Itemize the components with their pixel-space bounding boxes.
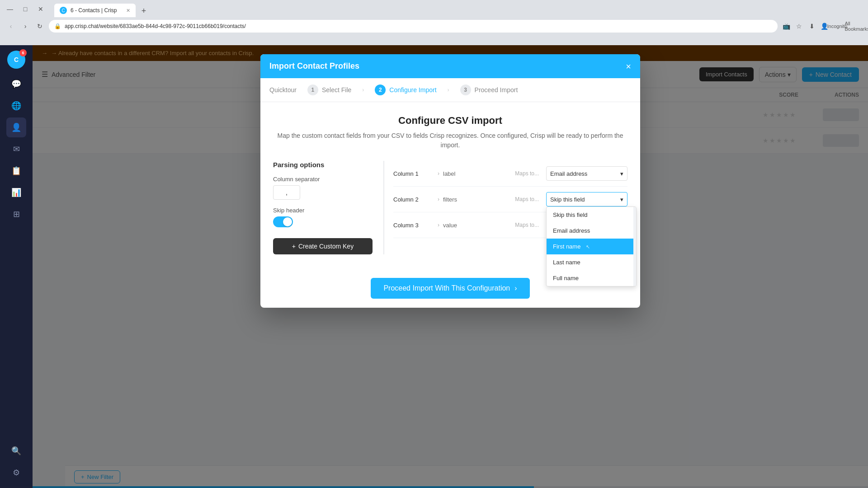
step-3-label: Proceed Import — [475, 86, 518, 94]
dropdown-scrollbar[interactable] — [633, 207, 636, 286]
step-separator-2: › — [448, 87, 449, 93]
modal: Import Contact Profiles × Quicktour 1 Se… — [260, 54, 640, 308]
sidebar-item-send[interactable]: ✉ — [6, 139, 26, 159]
column-2-row: Column 2 › filters Maps to... Skip this … — [393, 187, 627, 212]
column-2-field-label: Skip this field — [550, 196, 585, 203]
sidebar-item-search[interactable]: 🔍 — [6, 441, 26, 461]
forward-button[interactable]: › — [20, 21, 31, 32]
column-2-dropdown-wrapper: Skip this field ▾ Skip this field Email … — [546, 192, 627, 206]
tab-title: 6 - Contacts | Crisp — [71, 7, 117, 14]
column-2-value: filters — [443, 196, 508, 203]
column-1-name: Column 1 — [393, 170, 434, 177]
refresh-button[interactable]: ↻ — [34, 21, 45, 32]
create-key-plus-icon: + — [292, 243, 296, 250]
new-tab-button[interactable]: + — [137, 5, 150, 17]
back-button[interactable]: ‹ — [5, 21, 16, 32]
dropdown-option-lastname[interactable]: Last name — [547, 254, 633, 270]
step-separator-1: › — [362, 87, 364, 93]
browser-actions: 📺 ☆ ⬇ 👤 Incognito | All Bookmarks — [781, 21, 863, 32]
browser-title-bar: — □ ✕ C 6 - Contacts | Crisp ✕ + — [0, 0, 868, 18]
modal-header: Import Contact Profiles × — [260, 54, 640, 78]
parsing-title: Parsing options — [273, 161, 373, 169]
sidebar-item-settings[interactable]: ⚙ — [6, 463, 26, 483]
dropdown-option-fullname[interactable]: Full name — [547, 270, 633, 286]
toggle-knob — [283, 217, 292, 226]
modal-overlay: Import Contact Profiles × Quicktour 1 Se… — [33, 45, 868, 488]
skip-header-option: Skip header — [273, 207, 373, 227]
dropdown-chevron-icon-2: ▾ — [620, 196, 623, 203]
maps-to-label-2: Maps to... — [515, 196, 539, 202]
separator-input[interactable] — [273, 185, 300, 200]
steps-bar: Quicktour 1 Select File › 2 Configure Im… — [260, 78, 640, 102]
config-area: Parsing options Column separator Skip he… — [273, 161, 627, 254]
step-1-label: Select File — [322, 86, 351, 94]
create-key-label: Create Custom Key — [298, 243, 354, 250]
address-text: app.crisp.chat/website/6833ae5b-844d-4c9… — [65, 23, 772, 29]
step-1-number: 1 — [307, 84, 318, 95]
modal-title: Import Contact Profiles — [269, 61, 359, 71]
parsing-options: Parsing options Column separator Skip he… — [273, 161, 373, 254]
step-2-item: 2 Configure Import — [375, 84, 436, 95]
app-container: C 6 💬 🌐 👤 ✉ 📋 📊 ⊞ 🔍 ⚙ → → Already have c… — [0, 45, 868, 488]
column-1-row: Column 1 › label Maps to... Email addres… — [393, 161, 627, 187]
sidebar-item-chat[interactable]: 💬 — [6, 74, 26, 94]
dropdown-option-email[interactable]: Email address — [547, 223, 633, 239]
step-2-label: Configure Import — [389, 86, 436, 94]
sidebar-item-globe[interactable]: 🌐 — [6, 96, 26, 116]
sidebar-item-analytics[interactable]: 📊 — [6, 183, 26, 202]
window-close-button[interactable]: ✕ — [34, 3, 47, 15]
step-3-item: 3 Proceed Import — [460, 84, 518, 95]
step-1-item: 1 Select File — [307, 84, 351, 95]
column-1-dropdown[interactable]: Email address ▾ — [546, 166, 627, 181]
address-bar: ‹ › ↻ 🔒 app.crisp.chat/website/6833ae5b-… — [0, 18, 868, 34]
column-3-value: value — [443, 222, 508, 229]
proceed-arrow-icon: › — [514, 284, 517, 292]
tab-close-button[interactable]: ✕ — [126, 8, 130, 14]
col-arrow-icon-2: › — [438, 196, 439, 202]
browser-controls: — □ ✕ — [4, 3, 47, 15]
column-2-name: Column 2 — [393, 196, 434, 203]
window-maximize-button[interactable]: □ — [19, 3, 32, 15]
sidebar-item-contacts[interactable]: 👤 — [6, 117, 26, 137]
main-content: → → Already have contacts in a different… — [33, 45, 868, 488]
app-logo[interactable]: C 6 — [7, 51, 25, 69]
column-2-dropdown-list: Skip this field Email address First name… — [546, 206, 637, 286]
dropdown-option-skip[interactable]: Skip this field — [547, 207, 633, 223]
maps-to-label-1: Maps to... — [515, 170, 539, 177]
window-minimize-button[interactable]: — — [4, 3, 16, 15]
cast-icon[interactable]: 📺 — [781, 21, 792, 32]
dropdown-list-inner: Skip this field Email address First name… — [547, 207, 633, 286]
quicktour-link[interactable]: Quicktour — [269, 86, 297, 94]
modal-close-button[interactable]: × — [626, 62, 631, 71]
dropdown-chevron-icon: ▾ — [620, 170, 623, 177]
column-3-name: Column 3 — [393, 222, 434, 229]
modal-subtext: Map the custom contact fields from your … — [273, 131, 627, 150]
address-input[interactable]: 🔒 app.crisp.chat/website/6833ae5b-844d-4… — [49, 20, 778, 33]
separator-option: Column separator — [273, 176, 373, 200]
separator-label: Column separator — [273, 176, 373, 183]
column-1-value: label — [443, 170, 508, 177]
skip-header-label: Skip header — [273, 207, 373, 214]
proceed-label: Proceed Import With This Configuration — [383, 284, 510, 292]
column-2-dropdown-trigger[interactable]: Skip this field ▾ — [546, 192, 627, 206]
col-arrow-icon: › — [438, 170, 439, 177]
skip-header-toggle[interactable] — [273, 216, 293, 227]
browser-tab-active[interactable]: C 6 - Contacts | Crisp ✕ — [54, 4, 136, 17]
sidebar-item-plugins[interactable]: ⊞ — [6, 204, 26, 224]
modal-heading: Configure CSV import — [273, 115, 627, 127]
browser-chrome: — □ ✕ C 6 - Contacts | Crisp ✕ + ‹ › ↻ 🔒… — [0, 0, 868, 45]
proceed-button[interactable]: Proceed Import With This Configuration › — [371, 278, 529, 299]
step-3-number: 3 — [460, 84, 471, 95]
incognito-label: Incognito — [832, 21, 843, 32]
modal-body: Configure CSV import Map the custom cont… — [260, 102, 640, 308]
col-arrow-icon-3: › — [438, 222, 439, 228]
step-2-number: 2 — [375, 84, 386, 95]
bookmarks-label: All Bookmarks — [852, 21, 863, 32]
sidebar-item-inbox[interactable]: 📋 — [6, 161, 26, 181]
tab-bar: C 6 - Contacts | Crisp ✕ + — [51, 1, 154, 17]
create-custom-key-button[interactable]: + Create Custom Key — [273, 238, 373, 254]
bookmark-icon[interactable]: ☆ — [794, 21, 805, 32]
dropdown-option-firstname[interactable]: First name ↖ — [547, 239, 633, 254]
download-icon[interactable]: ⬇ — [807, 21, 817, 32]
tab-favicon: C — [60, 7, 67, 14]
